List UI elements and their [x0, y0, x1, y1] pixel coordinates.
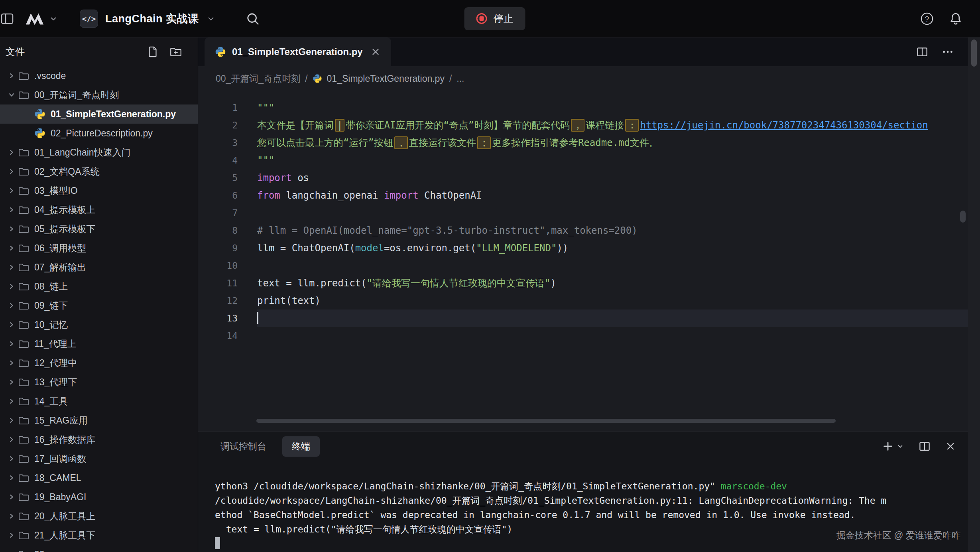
- panel-header: 调试控制台终端: [198, 432, 968, 461]
- tree-item-folder[interactable]: 12_代理中: [0, 353, 198, 373]
- tree-item-folder[interactable]: 07_解析输出: [0, 258, 198, 277]
- tree-item-folder[interactable]: 03_模型IO: [0, 181, 198, 200]
- code-line[interactable]: [257, 204, 968, 222]
- tree-item-folder[interactable]: 22_: [0, 545, 198, 552]
- tree-item-label: 21_人脉工具下: [34, 529, 95, 542]
- stop-icon: [476, 13, 487, 24]
- help-button[interactable]: ?: [920, 12, 934, 26]
- code-link[interactable]: https://juejin.cn/book/73877023474361303…: [640, 120, 928, 131]
- code-line[interactable]: """: [257, 99, 968, 116]
- line-number[interactable]: 4: [198, 152, 238, 169]
- line-number[interactable]: 1: [198, 99, 238, 116]
- horizontal-scrollbar-thumb[interactable]: [256, 419, 836, 423]
- new-folder-button[interactable]: [170, 46, 182, 58]
- search-button[interactable]: [246, 12, 260, 26]
- editor-vertical-scrollbar-thumb[interactable]: [960, 211, 966, 223]
- code-line[interactable]: [257, 310, 968, 327]
- tree-item-folder[interactable]: 16_操作数据库: [0, 430, 198, 449]
- tree-item-folder[interactable]: 00_开篇词_奇点时刻: [0, 85, 198, 104]
- panel-tab-debug-console[interactable]: 调试控制台: [215, 436, 272, 457]
- app-logo-menu[interactable]: [25, 12, 58, 26]
- tree-item-folder[interactable]: 08_链上: [0, 277, 198, 296]
- tree-item-folder[interactable]: 20_人脉工具上: [0, 507, 198, 526]
- line-number[interactable]: 11: [198, 274, 238, 292]
- tree-item-folder[interactable]: 19_BabyAGI: [0, 487, 198, 507]
- marscode-logo-icon: [25, 12, 45, 26]
- code-line[interactable]: """: [257, 152, 968, 169]
- code-line[interactable]: # llm = OpenAI(model_name="gpt-3.5-turbo…: [257, 222, 968, 239]
- tree-item-folder[interactable]: 02_文档QA系统: [0, 162, 198, 181]
- project-switcher[interactable]: </> LangChain 实战课: [80, 10, 216, 28]
- line-number[interactable]: 12: [198, 292, 238, 310]
- folder-icon: [18, 473, 29, 483]
- chevron-down-icon: [896, 442, 904, 450]
- code-line[interactable]: 您可以点击最上方的“运行”按钮，直接运行该文件；更多操作指引请参考Readme.…: [257, 134, 968, 152]
- code-editor[interactable]: 1234567891011121314 """本文件是【开篇词|带你亲证AI应用…: [198, 91, 968, 432]
- tree-item-folder[interactable]: .vscode: [0, 66, 198, 85]
- tree-item-folder[interactable]: 05_提示模板下: [0, 219, 198, 239]
- line-number[interactable]: 2: [198, 116, 238, 134]
- tree-item-folder[interactable]: 17_回调函数: [0, 449, 198, 468]
- tree-item-file[interactable]: 01_SimpleTextGeneration.py: [0, 104, 198, 124]
- code-area[interactable]: """本文件是【开篇词|带你亲证AI应用开发的“奇点”时刻】章节的配套代码，课程…: [238, 91, 968, 432]
- line-number[interactable]: 6: [198, 187, 238, 204]
- code-line[interactable]: llm = ChatOpenAI(model=os.environ.get("L…: [257, 239, 968, 257]
- code-line[interactable]: text = llm.predict("请给我写一句情人节红玫瑰的中文宣传语"): [257, 274, 968, 292]
- more-actions-button[interactable]: [942, 46, 954, 58]
- breadcrumb-more[interactable]: ...: [457, 73, 464, 84]
- line-number[interactable]: 8: [198, 222, 238, 239]
- project-title: LangChain 实战课: [105, 12, 199, 26]
- notifications-bell-button[interactable]: [949, 12, 962, 26]
- close-tab-icon[interactable]: [370, 47, 381, 57]
- tree-item-folder[interactable]: 13_代理下: [0, 373, 198, 392]
- new-terminal-button[interactable]: [882, 440, 904, 452]
- tree-item-folder[interactable]: 01_LangChain快速入门: [0, 143, 198, 162]
- folder-icon: [18, 358, 29, 369]
- line-number[interactable]: 3: [198, 134, 238, 152]
- split-terminal-button[interactable]: [919, 440, 931, 452]
- tree-item-folder[interactable]: 14_工具: [0, 392, 198, 411]
- code-line[interactable]: [257, 327, 968, 345]
- code-line[interactable]: print(text): [257, 292, 968, 310]
- line-number[interactable]: 7: [198, 204, 238, 222]
- tree-item-folder[interactable]: 04_提示模板上: [0, 200, 198, 219]
- code-token: """: [257, 102, 274, 113]
- line-number[interactable]: 10: [198, 257, 238, 274]
- breadcrumb: 00_开篇词_奇点时刻 / 01_SimpleTextGeneration.py…: [198, 66, 968, 91]
- breadcrumb-folder[interactable]: 00_开篇词_奇点时刻: [216, 73, 300, 85]
- tree-item-label: 20_人脉工具上: [34, 510, 95, 522]
- split-editor-button[interactable]: [916, 46, 928, 58]
- sidebar-toggle-button[interactable]: [0, 12, 14, 26]
- tree-item-folder[interactable]: 10_记忆: [0, 315, 198, 334]
- line-number[interactable]: 9: [198, 239, 238, 257]
- new-file-button[interactable]: [147, 46, 159, 58]
- tree-item-file[interactable]: 02_PictureDescription.py: [0, 124, 198, 143]
- tree-item-label: 15_RAG应用: [34, 414, 88, 427]
- line-number[interactable]: 5: [198, 169, 238, 187]
- window-scrollbar[interactable]: [968, 37, 980, 552]
- line-number[interactable]: 13: [198, 310, 238, 327]
- tree-item-folder[interactable]: 15_RAG应用: [0, 411, 198, 430]
- editor-tab-bar: 01_SimpleTextGeneration.py: [198, 37, 968, 66]
- code-line[interactable]: [257, 257, 968, 274]
- code-line[interactable]: from langchain_openai import ChatOpenAI: [257, 187, 968, 204]
- code-line[interactable]: import os: [257, 169, 968, 187]
- window-scrollbar-thumb[interactable]: [971, 39, 977, 67]
- breadcrumb-file[interactable]: 01_SimpleTextGeneration.py: [327, 73, 445, 84]
- line-number[interactable]: 14: [198, 327, 238, 345]
- tree-item-folder[interactable]: 09_链下: [0, 296, 198, 315]
- code-line[interactable]: 本文件是【开篇词|带你亲证AI应用开发的“奇点”时刻】章节的配套代码，课程链接：…: [257, 116, 968, 134]
- tree-item-folder[interactable]: 11_代理上: [0, 334, 198, 353]
- tree-item-folder[interactable]: 18_CAMEL: [0, 468, 198, 487]
- tree-item-folder[interactable]: 06_调用模型: [0, 239, 198, 258]
- python-icon: [313, 74, 322, 83]
- terminal-text: text = llm.predict("请给我写一句情人节红玫瑰的中文宣传语"): [215, 524, 512, 534]
- close-panel-button[interactable]: [945, 441, 956, 452]
- editor-tab[interactable]: 01_SimpleTextGeneration.py: [205, 37, 391, 66]
- tree-item-folder[interactable]: 21_人脉工具下: [0, 526, 198, 545]
- top-bar: </> LangChain 实战课 停止 ?: [0, 0, 980, 37]
- stop-button[interactable]: 停止: [464, 7, 525, 30]
- chevron-right-icon: [7, 167, 17, 176]
- panel-tab-terminal[interactable]: 终端: [282, 436, 320, 457]
- breadcrumb-separator: /: [449, 73, 452, 84]
